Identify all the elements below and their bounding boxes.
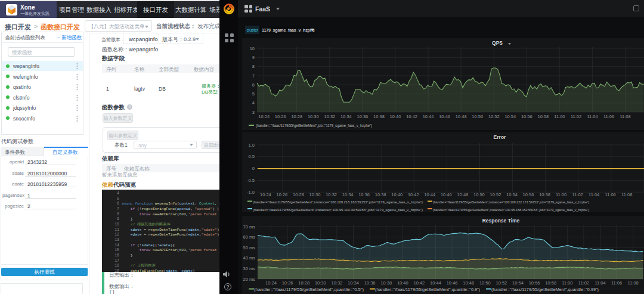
svg-text:10:54: 10:54 <box>512 280 524 286</box>
svg-text:(handler="/faas/1179/55/getSet: (handler="/faas/1179/55/getSettleMent",i… <box>433 208 589 212</box>
svg-text:10:36: 10:36 <box>358 192 370 197</box>
svg-text:10:24: 10:24 <box>258 114 270 119</box>
svg-text:Error: Error <box>494 134 506 140</box>
svg-text:3: 3 <box>252 110 255 115</box>
svg-text:10:48: 10:48 <box>456 114 467 119</box>
svg-text:10:30: 10:30 <box>309 192 321 197</box>
svg-text:50 ms: 50 ms <box>243 245 256 250</box>
svg-text:8: 8 <box>252 64 255 69</box>
svg-text:11:08: 11:08 <box>620 114 630 119</box>
svg-text:10:38: 10:38 <box>373 114 385 119</box>
svg-text:10:46: 10:46 <box>447 280 458 286</box>
svg-text:10:42: 10:42 <box>414 280 425 286</box>
svg-text:10:44: 10:44 <box>423 114 434 119</box>
svg-text:10:26: 10:26 <box>275 114 286 119</box>
svg-text:10:28: 10:28 <box>298 280 309 286</box>
svg-text:10:40: 10:40 <box>391 192 402 197</box>
svg-text:(handler="/faas/1179/55/getSet: (handler="/faas/1179/55/getSettleMent",q… <box>375 287 480 292</box>
svg-text:Response Time: Response Time <box>482 218 520 224</box>
svg-text:10:52: 10:52 <box>490 192 501 197</box>
svg-text:70 ms: 70 ms <box>243 224 256 230</box>
svg-text:10:30: 10:30 <box>308 114 319 119</box>
svg-text:(handler="/faas/1179/55/getSet: (handler="/faas/1179/55/getSettleMent",i… <box>253 208 423 212</box>
svg-text:10:54: 10:54 <box>506 192 518 197</box>
svg-text:(handler="/faas/1179/55/getSet: (handler="/faas/1179/55/getSettleMent",q… <box>254 287 364 292</box>
svg-text:10:26: 10:26 <box>282 280 293 286</box>
svg-text:10:50: 10:50 <box>473 192 485 197</box>
svg-text:9: 9 <box>252 55 255 60</box>
svg-text:11:08: 11:08 <box>621 192 632 197</box>
svg-text:10:38: 10:38 <box>375 192 386 197</box>
svg-text:10:44: 10:44 <box>430 280 441 286</box>
svg-text:10:52: 10:52 <box>496 280 507 286</box>
svg-text:10:52: 10:52 <box>488 114 500 119</box>
svg-text:10:48: 10:48 <box>457 192 469 197</box>
svg-text:11:04: 11:04 <box>589 192 599 197</box>
svg-text:11:06: 11:06 <box>603 114 614 119</box>
svg-text:10:30: 10:30 <box>315 280 326 286</box>
svg-text:1.0: 1.0 <box>249 143 255 148</box>
svg-text:10:54: 10:54 <box>504 114 516 119</box>
svg-text:(handler="/faas/1179/55/getSet: (handler="/faas/1179/55/getSettleMent",i… <box>253 200 423 204</box>
svg-text:10:24: 10:24 <box>265 280 277 286</box>
svg-text:(handler="/faas/1179/55/getSet: (handler="/faas/1179/55/getSettleMent",q… <box>491 287 599 292</box>
svg-text:11:04: 11:04 <box>595 280 605 286</box>
svg-text:10: 10 <box>250 46 255 51</box>
svg-text:10:32: 10:32 <box>324 114 336 119</box>
svg-text:10:50: 10:50 <box>479 280 491 286</box>
svg-text:11:00: 11:00 <box>556 192 566 197</box>
svg-text:10:34: 10:34 <box>340 114 352 119</box>
svg-text:10:36: 10:36 <box>357 114 369 119</box>
svg-text:10:32: 10:32 <box>332 280 343 286</box>
svg-text:10:42: 10:42 <box>408 192 419 197</box>
svg-text:10:32: 10:32 <box>326 192 337 197</box>
svg-text:0: 0 <box>252 166 255 171</box>
svg-text:10:28: 10:28 <box>293 192 304 197</box>
svg-text:11:00: 11:00 <box>554 114 565 119</box>
svg-text:11:02: 11:02 <box>571 114 581 119</box>
svg-text:6: 6 <box>252 82 255 88</box>
svg-text:10:48: 10:48 <box>463 280 474 286</box>
svg-text:-0.5: -0.5 <box>247 178 255 183</box>
svg-text:10:34: 10:34 <box>342 192 354 197</box>
svg-text:11:04: 11:04 <box>587 114 597 119</box>
svg-text:(handler="/faas/1179/55/getSet: (handler="/faas/1179/55/getSettleMent",i… <box>433 200 589 204</box>
svg-text:10:34: 10:34 <box>348 280 359 286</box>
svg-text:7: 7 <box>252 73 255 79</box>
svg-text:10:40: 10:40 <box>397 280 408 286</box>
svg-text:10:42: 10:42 <box>406 114 417 119</box>
svg-text:11:06: 11:06 <box>605 192 616 197</box>
svg-text:10:36: 10:36 <box>364 280 376 286</box>
svg-text:10:44: 10:44 <box>424 192 435 197</box>
svg-text:20 ms: 20 ms <box>243 277 256 282</box>
svg-text:10:46: 10:46 <box>441 192 452 197</box>
svg-text:11:00: 11:00 <box>562 280 572 286</box>
svg-text:(handler="/faas/1179/55/getSet: (handler="/faas/1179/55/getSettleMent",j… <box>256 123 372 128</box>
svg-text:10:24: 10:24 <box>260 192 271 197</box>
svg-text:10:56: 10:56 <box>523 192 534 197</box>
svg-text:10:56: 10:56 <box>529 280 540 286</box>
svg-text:10:58: 10:58 <box>545 280 556 286</box>
svg-text:10:56: 10:56 <box>521 114 532 119</box>
svg-text:10:40: 10:40 <box>390 114 401 119</box>
svg-text:10:38: 10:38 <box>380 280 392 286</box>
svg-text:60 ms: 60 ms <box>243 234 256 240</box>
svg-text:11:02: 11:02 <box>572 192 583 197</box>
svg-text:10:50: 10:50 <box>472 114 483 119</box>
svg-text:-1.0: -1.0 <box>247 190 255 195</box>
svg-text:40 ms: 40 ms <box>243 255 256 261</box>
svg-text:5: 5 <box>252 91 255 97</box>
svg-text:11:02: 11:02 <box>578 280 589 286</box>
svg-text:11:08: 11:08 <box>628 280 639 286</box>
svg-text:0.5: 0.5 <box>249 154 255 159</box>
svg-text:10:26: 10:26 <box>277 192 288 197</box>
svg-text:10:46: 10:46 <box>439 114 450 119</box>
svg-text:4: 4 <box>252 100 255 106</box>
svg-text:11:06: 11:06 <box>611 280 622 286</box>
svg-text:30 ms: 30 ms <box>243 266 256 271</box>
svg-text:10:58: 10:58 <box>538 114 549 119</box>
svg-text:QPS: QPS <box>492 40 503 46</box>
svg-text:10:58: 10:58 <box>539 192 550 197</box>
svg-text:10:28: 10:28 <box>291 114 302 119</box>
